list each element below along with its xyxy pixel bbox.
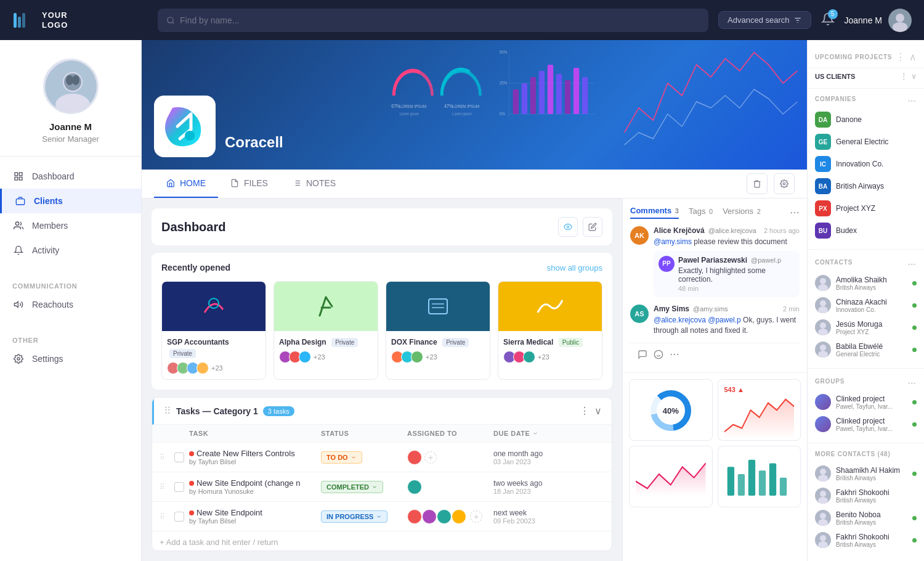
- profile-banner: 67% LOREM IPSUM Lorem ipsum 47% LOREM IP…: [142, 40, 807, 170]
- company-item[interactable]: IC Innovation Co.: [815, 153, 917, 175]
- comments-tab-comments[interactable]: Comments 3: [630, 206, 679, 219]
- task-drag-1[interactable]: ⠿: [160, 453, 174, 462]
- task-status-2[interactable]: COMPLETED: [321, 481, 407, 493]
- search-input[interactable]: [180, 15, 700, 25]
- sidebar-item-members[interactable]: Members: [0, 213, 141, 238]
- companies-actions: …: [907, 94, 917, 104]
- task-checkbox-1[interactable]: [174, 452, 184, 462]
- status-badge-1[interactable]: TO DO: [321, 451, 362, 464]
- settings-tab-button[interactable]: [774, 173, 795, 194]
- task-name-area-3: New Site Endpoint by Tayfun Bilsel: [189, 508, 321, 525]
- upcoming-expand-button[interactable]: ∧: [909, 51, 917, 63]
- task-edit-3[interactable]: ✎: [580, 510, 588, 522]
- view-button[interactable]: [558, 217, 578, 237]
- task-drag-2[interactable]: ⠿: [160, 483, 174, 491]
- add-assignee-button[interactable]: +: [424, 451, 437, 464]
- svg-rect-1: [18, 17, 21, 28]
- tab-files[interactable]: FILES: [218, 170, 280, 198]
- more-contact-item[interactable]: Shaamikh Al Hakim British Airways: [815, 462, 917, 485]
- recent-card-avatars: +23: [167, 362, 261, 374]
- page-tabs: HOME FILES NOTES: [142, 170, 807, 199]
- other-nav: OTHER Settings: [0, 324, 141, 379]
- more-contact-item[interactable]: Benito Noboa British Airways: [815, 507, 917, 529]
- company-item[interactable]: GE General Electric: [815, 131, 917, 153]
- tasks-more-button[interactable]: ⋮: [580, 405, 590, 417]
- tab-home-label: HOME: [180, 178, 206, 188]
- tasks-collapse-button[interactable]: ∨: [594, 405, 602, 417]
- edit-button[interactable]: [583, 217, 602, 237]
- tab-files-label: FILES: [244, 178, 268, 188]
- recent-card-dox[interactable]: DOX Finance Private +23: [386, 281, 490, 380]
- company-item[interactable]: BU Budex: [815, 219, 917, 242]
- task-status-3[interactable]: IN PROGRESS: [321, 510, 407, 523]
- more-contact-item[interactable]: Fakhri Shokoohi British Airways: [815, 485, 917, 507]
- chart-widgets: 40% 543 ▲: [623, 373, 807, 514]
- group-item[interactable]: Clinked project Pawel, Tayfun, Ivar...: [815, 391, 917, 413]
- comments-tab-tags[interactable]: Tags 0: [689, 207, 713, 218]
- task-drag-3[interactable]: ⠿: [160, 512, 174, 521]
- tab-home[interactable]: HOME: [154, 170, 218, 198]
- drag-handle[interactable]: ⠿: [164, 405, 171, 417]
- recent-card-sgp[interactable]: SGP Accountants Private +23: [161, 281, 266, 380]
- task-more-3[interactable]: ⋯: [590, 510, 600, 522]
- filter-icon: [793, 16, 802, 25]
- comment-more-button[interactable]: ⋯: [670, 348, 679, 360]
- more-contact-item[interactable]: Fakhri Shokoohi British Airways: [815, 529, 917, 551]
- online-indicator: [912, 516, 917, 520]
- task-checkbox-3[interactable]: [174, 512, 184, 522]
- contact-item[interactable]: Jesús Moruga Project XYZ: [815, 316, 917, 338]
- contact-item[interactable]: Chinaza Akachi Innovation Co.: [815, 294, 917, 316]
- contacts-more-button[interactable]: …: [907, 257, 917, 267]
- sidebar-item-settings[interactable]: Settings: [0, 346, 141, 371]
- add-assignee-button[interactable]: +: [470, 510, 482, 523]
- comment-emoji-button[interactable]: [654, 348, 663, 360]
- comment-reply-button[interactable]: [638, 348, 647, 360]
- contact-company: British Airways: [836, 284, 907, 291]
- task-date-2: two weeks ago 18 Jan 2023: [493, 479, 580, 495]
- companies-more-button[interactable]: …: [907, 94, 917, 104]
- svg-text:0%: 0%: [500, 111, 506, 117]
- sidebar-item-reachouts[interactable]: Reachouts: [0, 292, 141, 317]
- upcoming-more-button[interactable]: ⋮: [896, 51, 906, 63]
- company-item[interactable]: DA Danone: [815, 109, 917, 131]
- more-contacts-list: Shaamikh Al Hakim British Airways Fakhri…: [815, 462, 917, 551]
- comments-tab-versions[interactable]: Versions 2: [723, 207, 761, 218]
- contact-item[interactable]: Babila Ebwélé General Electric: [815, 338, 917, 361]
- sidebar-item-dashboard[interactable]: Dashboard: [0, 164, 141, 189]
- group-info: Clinked project Pawel, Tayfun, Ivar...: [836, 417, 907, 432]
- group-item[interactable]: Clinked project Pawel, Tayfun, Ivar...: [815, 413, 917, 435]
- company-item[interactable]: BA British Airways: [815, 175, 917, 197]
- status-badge-2[interactable]: COMPLETED: [321, 481, 383, 493]
- notification-button[interactable]: 5: [821, 12, 835, 28]
- add-task-row[interactable]: + Add a task and hit enter / return: [152, 531, 612, 551]
- show-all-groups-link[interactable]: show all groups: [547, 263, 602, 272]
- online-indicator: [912, 326, 917, 330]
- svg-point-3: [168, 17, 173, 22]
- task-checkbox-2[interactable]: [174, 482, 184, 492]
- task-more-2[interactable]: ⋯: [590, 481, 600, 493]
- us-clients-more-button[interactable]: ⋮: [900, 72, 907, 81]
- task-more-1[interactable]: ⋯: [590, 451, 600, 463]
- contact-item[interactable]: Amolika Shaikh British Airways: [815, 272, 917, 294]
- center-content: 67% LOREM IPSUM Lorem ipsum 47% LOREM IP…: [142, 40, 807, 561]
- online-indicator: [912, 400, 917, 404]
- company-item[interactable]: PX Project XYZ: [815, 197, 917, 219]
- us-clients-collapse-button[interactable]: ∨: [911, 72, 917, 81]
- sidebar-item-clients[interactable]: Clients: [0, 189, 141, 213]
- recent-card-sierra[interactable]: Sierra Medical Public +23: [498, 281, 602, 380]
- task-status-1[interactable]: TO DO: [321, 451, 407, 464]
- task-edit-2[interactable]: ✎: [580, 481, 588, 493]
- svg-text:50%: 50%: [500, 49, 508, 55]
- groups-more-button[interactable]: …: [907, 376, 917, 386]
- status-badge-3[interactable]: IN PROGRESS: [321, 510, 387, 523]
- sidebar-item-activity[interactable]: Activity: [0, 238, 141, 263]
- task-edit-1[interactable]: ✎: [580, 451, 588, 463]
- user-menu[interactable]: Joanne M: [845, 9, 912, 32]
- tab-notes[interactable]: NOTES: [280, 170, 348, 198]
- svg-rect-36: [513, 89, 519, 114]
- recent-card-alpha[interactable]: Alpha Design Private +23: [274, 281, 378, 380]
- contact-info: Amolika Shaikh British Airways: [836, 276, 907, 291]
- comments-more-button[interactable]: ⋯: [790, 207, 800, 218]
- delete-button[interactable]: [747, 173, 768, 194]
- advanced-search-button[interactable]: Advanced search: [718, 11, 811, 29]
